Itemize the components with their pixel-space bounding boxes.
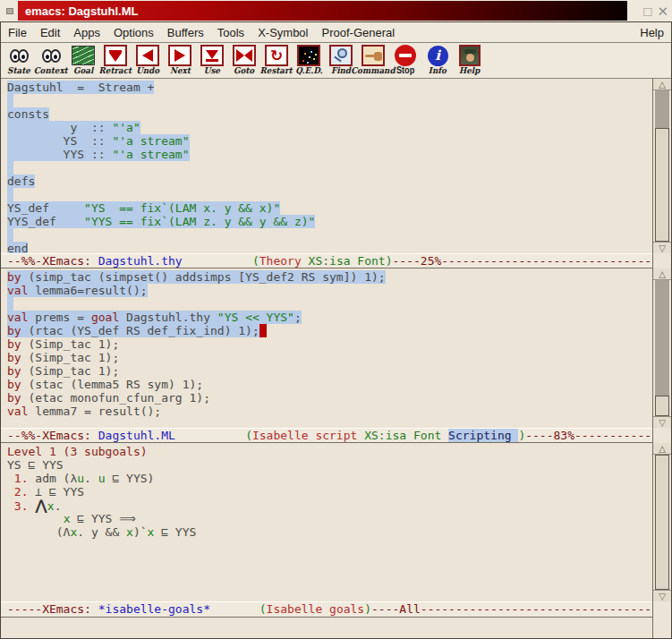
- titlebar-gradient: emacs: Dagstuhl.ML: [18, 1, 627, 21]
- eyes-icon: [6, 44, 31, 67]
- content: Dagstuhl = Stream +consts y :: "'a" YS :…: [1, 79, 671, 638]
- restart-button[interactable]: ↻ Restart: [260, 44, 293, 78]
- goto-button[interactable]: Goto: [228, 44, 260, 78]
- state-button[interactable]: State: [3, 44, 35, 78]
- no-entry-icon: [393, 44, 418, 67]
- buffer-column: Dagstuhl = Stream +consts y :: "'a" YS :…: [1, 79, 652, 638]
- scrollbar-column: △ ▽ △ ▽ △ ▽: [652, 79, 671, 638]
- info-circle-icon: i: [425, 44, 450, 67]
- scrollbar-theory[interactable]: △ ▽: [653, 79, 671, 253]
- buffer-script[interactable]: by (simp_tac (simpset() addsimps [YS_def…: [1, 268, 652, 428]
- window-controls: □ ✕: [643, 0, 668, 21]
- toolbar: State Context Goal Retract Undo Next: [1, 43, 671, 79]
- triangle-left-icon: [135, 44, 160, 67]
- help-button[interactable]: Help: [454, 44, 486, 78]
- scrollbar-track[interactable]: [655, 455, 669, 590]
- goal-button[interactable]: Goal: [67, 44, 99, 78]
- context-label: Context: [34, 65, 68, 75]
- context-button[interactable]: Context: [35, 44, 67, 78]
- state-label: State: [7, 65, 30, 75]
- info-label: Info: [429, 65, 447, 75]
- xemacs-window: emacs: Dagstuhl.ML □ ✕ File Edit Apps Op…: [0, 0, 672, 639]
- stop-label: Stop: [396, 65, 414, 75]
- find-label: Find: [331, 65, 351, 75]
- scroll-up-icon[interactable]: △: [653, 268, 671, 280]
- scroll-down-icon[interactable]: ▽: [653, 416, 671, 428]
- maximize-icon[interactable]: □: [643, 4, 651, 18]
- bar-triangle-down-icon: [103, 44, 128, 67]
- eyes-icon: [38, 44, 64, 67]
- bowtie-icon: [232, 44, 257, 67]
- menu-proof-general[interactable]: Proof-General: [321, 26, 395, 39]
- scrollbar-script[interactable]: △ ▽: [653, 268, 671, 428]
- qed-button[interactable]: Q.E.D.: [293, 44, 325, 78]
- menu-edit[interactable]: Edit: [40, 26, 60, 39]
- undo-label: Undo: [136, 65, 159, 75]
- scrollbar-thumb[interactable]: [655, 455, 669, 590]
- minibuffer-echo-area[interactable]: [1, 618, 652, 638]
- scrollbar-track[interactable]: [655, 90, 669, 242]
- qed-label: Q.E.D.: [295, 65, 322, 75]
- scroll-up-icon[interactable]: △: [653, 443, 671, 455]
- info-button[interactable]: i Info: [421, 44, 454, 78]
- help-label: Help: [459, 65, 480, 75]
- restart-label: Restart: [260, 65, 293, 75]
- scroll-down-icon[interactable]: ▽: [653, 590, 671, 601]
- circular-arrow-icon: ↻: [264, 44, 289, 67]
- scrollbar-thumb[interactable]: [655, 128, 669, 242]
- undo-button[interactable]: Undo: [132, 44, 164, 78]
- officer-photo-icon: [457, 44, 482, 67]
- scroll-down-icon[interactable]: ▽: [653, 242, 671, 253]
- triangle-right-icon: [167, 44, 192, 67]
- close-icon[interactable]: ✕: [657, 4, 668, 18]
- menu-help[interactable]: Help: [640, 26, 664, 39]
- triangle-down-bar-icon: [200, 44, 225, 67]
- fireworks-icon: [296, 44, 321, 67]
- goto-label: Goto: [234, 65, 254, 75]
- frame: File Edit Apps Options Buffers Tools X-S…: [0, 21, 672, 639]
- scrollbar-track[interactable]: [655, 280, 669, 416]
- menu-file[interactable]: File: [8, 26, 27, 39]
- menu-apps[interactable]: Apps: [73, 26, 100, 39]
- modeline-script: --%%-XEmacs: Dagstuhl.ML (Isabelle scrip…: [1, 428, 652, 443]
- buffer-goals[interactable]: Level 1 (3 subgoals)YS ⊑ YYS 1. adm (λu.…: [1, 443, 652, 601]
- scrollbar-gap: [653, 601, 671, 638]
- scrollbar-gap: [653, 253, 671, 268]
- scroll-up-icon[interactable]: △: [653, 79, 671, 90]
- goal-label: Goal: [73, 65, 93, 75]
- retract-label: Retract: [99, 65, 132, 75]
- pointing-hand-icon: [361, 44, 386, 67]
- next-button[interactable]: Next: [164, 44, 196, 78]
- window-menu-icon[interactable]: [6, 8, 13, 14]
- use-label: Use: [204, 65, 220, 75]
- scrollbar-goals[interactable]: △ ▽: [653, 443, 671, 601]
- modeline-theory: --%%-XEmacs: Dagstuhl.thy (Theory XS:isa…: [1, 253, 652, 268]
- window-title: emacs: Dagstuhl.ML: [25, 4, 138, 18]
- menu-buffers[interactable]: Buffers: [167, 26, 204, 39]
- command-label: Command: [351, 65, 395, 75]
- scrollbar-gap: [653, 428, 671, 443]
- buffer-theory[interactable]: Dagstuhl = Stream +consts y :: "'a" YS :…: [1, 79, 652, 253]
- scrollbar-thumb[interactable]: [655, 396, 669, 416]
- menu-options[interactable]: Options: [114, 26, 154, 39]
- menu-tools[interactable]: Tools: [217, 26, 244, 39]
- titlebar: emacs: Dagstuhl.ML □ ✕: [0, 0, 672, 21]
- modeline-goals: -----XEmacs: *isabelle-goals* (Isabelle …: [1, 601, 652, 618]
- magnifier-icon: [328, 44, 353, 67]
- chalkboard-icon: [71, 44, 96, 67]
- menu-x-symbol[interactable]: X-Symbol: [258, 26, 308, 39]
- retract-button[interactable]: Retract: [99, 44, 132, 78]
- next-label: Next: [170, 65, 191, 75]
- command-button[interactable]: Command: [357, 44, 389, 78]
- use-button[interactable]: Use: [196, 44, 228, 78]
- menubar: File Edit Apps Options Buffers Tools X-S…: [1, 22, 671, 43]
